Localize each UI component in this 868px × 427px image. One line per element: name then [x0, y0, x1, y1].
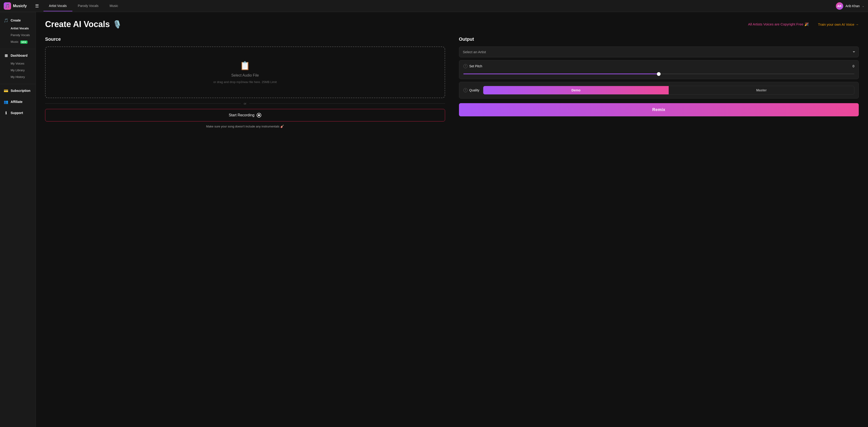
sidebar-divider: [0, 49, 36, 49]
sidebar-section-support: ℹ Support: [0, 108, 36, 118]
pitch-slider[interactable]: [463, 73, 855, 74]
sidebar-subscription-label: Subscription: [11, 89, 31, 93]
user-menu[interactable]: AK Arib Khan ⌄: [836, 2, 864, 10]
header-right: All Artists Voices are Copyright Free 🎉 …: [748, 22, 859, 26]
avatar: AK: [836, 2, 843, 10]
quality-help-icon[interactable]: ?: [463, 88, 467, 92]
app-name: Musicfy: [13, 4, 27, 8]
sidebar-item-my-voices[interactable]: My Voices: [0, 60, 36, 67]
pitch-value: 0: [852, 64, 855, 68]
main-layout: 🎵 Create Artist Vocals Parody Vocals Mus…: [0, 12, 868, 427]
quality-label: ? Quality: [463, 88, 479, 92]
output-column: Output Select an Artist ? Set Pitch 0: [459, 36, 859, 116]
tab-parody-vocals[interactable]: Parody Vocals: [72, 1, 104, 11]
two-col-layout: Source 📋 Select Audio File or drag and d…: [45, 36, 859, 128]
sidebar-item-support[interactable]: ℹ Support: [0, 108, 36, 118]
tab-artist-vocals[interactable]: Artist Vocals: [43, 1, 72, 11]
dashboard-icon: ⊞: [4, 53, 8, 58]
pitch-header: ? Set Pitch 0: [463, 64, 855, 68]
record-circle-icon: [257, 113, 261, 118]
sidebar-item-parody-vocals[interactable]: Parody Vocals: [0, 32, 36, 38]
nav-tabs: Artist Vocals Parody Vocals Music: [43, 1, 836, 11]
train-voice-link[interactable]: Train your own AI Voice →: [818, 23, 859, 26]
source-column: Source 📋 Select Audio File or drag and d…: [45, 36, 445, 128]
sidebar-item-my-library[interactable]: My Library: [0, 67, 36, 73]
music-note-icon: 🎵: [4, 18, 8, 23]
microphone-icon: 🎙️: [113, 20, 122, 29]
source-title: Source: [45, 36, 445, 42]
drop-zone-title: Select Audio File: [231, 73, 259, 78]
quality-master-button[interactable]: Master: [669, 86, 854, 94]
sidebar-section-subscription: 💳 Subscription: [0, 86, 36, 95]
help-icon[interactable]: ?: [463, 64, 467, 68]
sidebar-item-affiliate[interactable]: 👥 Affiliate: [0, 97, 36, 106]
content-area: Create AI Vocals 🎙️ All Artists Voices a…: [36, 12, 868, 427]
sidebar-dashboard-label: Dashboard: [11, 54, 28, 57]
sidebar-section-affiliate: 👥 Affiliate: [0, 97, 36, 106]
quality-demo-button[interactable]: Demo: [483, 86, 669, 94]
tab-music[interactable]: Music: [104, 1, 124, 11]
page-title: Create AI Vocals 🎙️: [45, 20, 122, 29]
sidebar-item-dashboard[interactable]: ⊞ Dashboard: [0, 51, 36, 60]
file-upload-icon: 📋: [240, 61, 250, 70]
sidebar-support-label: Support: [11, 111, 23, 115]
info-icon: ℹ: [4, 111, 8, 115]
output-title: Output: [459, 36, 859, 42]
pitch-label: ? Set Pitch: [463, 64, 482, 68]
chevron-down-icon: ⌄: [862, 4, 864, 8]
subscription-icon: 💳: [4, 88, 8, 93]
hamburger-button[interactable]: ☰: [34, 3, 40, 9]
copyright-badge: All Artists Voices are Copyright Free 🎉: [748, 22, 809, 26]
sidebar-section-dashboard: ⊞ Dashboard My Voices My Library My Hist…: [0, 51, 36, 80]
sidebar-item-subscription[interactable]: 💳 Subscription: [0, 86, 36, 95]
quality-row: ? Quality Demo Master: [459, 82, 859, 98]
new-badge: NEW: [20, 40, 28, 44]
record-button-label: Start Recording: [229, 113, 254, 117]
start-recording-button[interactable]: Start Recording: [45, 109, 445, 121]
artist-select[interactable]: Select an Artist: [459, 47, 859, 57]
sidebar-item-create[interactable]: 🎵 Create: [0, 16, 36, 25]
pitch-row: ? Set Pitch 0: [459, 60, 859, 79]
sidebar-item-music[interactable]: Music NEW: [0, 38, 36, 45]
record-dot: [258, 114, 260, 116]
remix-button[interactable]: Remix: [459, 103, 859, 116]
affiliate-icon: 👥: [4, 99, 8, 104]
page-header: Create AI Vocals 🎙️ All Artists Voices a…: [45, 20, 859, 29]
warning-text: Make sure your song doesn't include any …: [45, 125, 445, 128]
topnav: 🎵 Musicfy ☰ Artist Vocals Parody Vocals …: [0, 0, 868, 12]
sidebar-divider-2: [0, 84, 36, 84]
or-divider: or: [45, 102, 445, 105]
sidebar-item-artist-vocals[interactable]: Artist Vocals: [0, 25, 36, 32]
drop-zone-subtitle: or drag and drop mp3/wav file here. 25MB…: [213, 80, 277, 84]
user-name: Arib Khan: [845, 4, 860, 8]
logo-area: 🎵 Musicfy: [4, 2, 27, 10]
sidebar: 🎵 Create Artist Vocals Parody Vocals Mus…: [0, 12, 36, 427]
sidebar-create-label: Create: [11, 19, 21, 22]
sidebar-affiliate-label: Affiliate: [11, 100, 23, 103]
sidebar-item-my-history[interactable]: My History: [0, 73, 36, 80]
sidebar-section-create: 🎵 Create Artist Vocals Parody Vocals Mus…: [0, 16, 36, 45]
logo-icon: 🎵: [4, 2, 11, 10]
audio-drop-zone[interactable]: 📋 Select Audio File or drag and drop mp3…: [45, 47, 445, 98]
quality-toggle: Demo Master: [483, 86, 855, 95]
